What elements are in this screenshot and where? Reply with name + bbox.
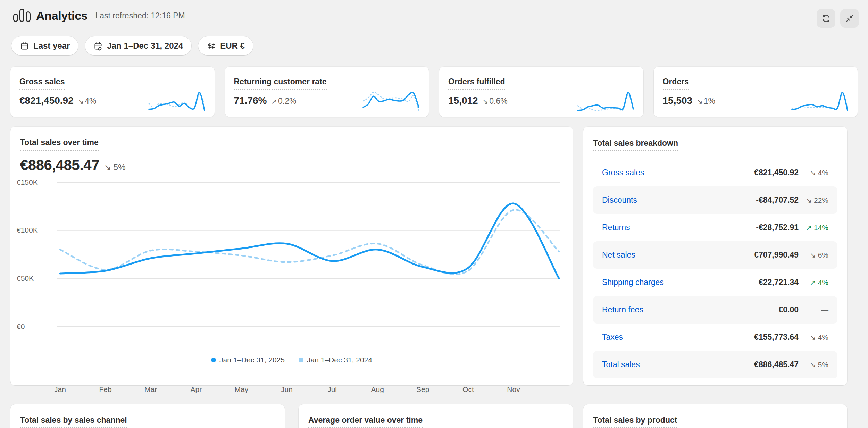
- breakdown-metric-link[interactable]: Gross sales: [602, 168, 644, 177]
- sparkline-chart: [361, 91, 420, 112]
- breakdown-value-group: €22,721.34↗ 4%: [759, 278, 828, 287]
- compare-range-picker[interactable]: Jan 1–Dec 31, 2024: [85, 36, 191, 55]
- line-chart[interactable]: [45, 175, 569, 337]
- header-actions: [817, 9, 859, 28]
- x-tick-label: May: [235, 385, 249, 394]
- breakdown-delta: ↘ 4%: [799, 169, 828, 177]
- sparkline-chart: [576, 91, 635, 112]
- kpi-card-gross-sales[interactable]: Gross sales €821,450.92 ↘4%: [10, 67, 215, 117]
- x-tick-label: Nov: [507, 385, 520, 394]
- analytics-dashboard: Analytics Last refreshed: 12:16 PM Last …: [0, 0, 868, 428]
- kpi-delta: ↘4%: [78, 96, 97, 106]
- y-tick-label: €0: [17, 322, 47, 331]
- kpi-row: Gross sales €821,450.92 ↘4% Returning cu…: [10, 67, 858, 117]
- kpi-card-orders[interactable]: Orders 15,503 ↘1%: [654, 67, 858, 117]
- y-tick-label: €100K: [17, 226, 47, 234]
- collapse-button[interactable]: [840, 9, 859, 28]
- legend-dot-icon: [211, 358, 216, 362]
- breakdown-metric-link[interactable]: Shipping charges: [602, 278, 664, 287]
- collapse-icon: [845, 14, 854, 23]
- card-title: Total sales by sales channel: [20, 416, 127, 428]
- y-tick-label: €50K: [17, 274, 47, 283]
- x-tick-label: Jul: [327, 385, 337, 394]
- date-range-picker[interactable]: Last year: [11, 36, 78, 55]
- sparkline-chart: [790, 91, 849, 112]
- breakdown-row: Net sales€707,990.49↘ 6%: [593, 241, 837, 269]
- breakdown-value: €821,450.92: [754, 168, 799, 177]
- kpi-title: Gross sales: [19, 77, 65, 90]
- currency-exchange-icon: [207, 41, 216, 51]
- average-order-value-card: Average order value over time €47.58: [299, 404, 573, 428]
- x-tick-label: Jan: [54, 385, 66, 394]
- breakdown-delta: ↘ 4%: [799, 333, 828, 342]
- breakdown-value-group: €821,450.92↘ 4%: [754, 168, 828, 177]
- x-tick-label: Feb: [99, 385, 112, 394]
- card-title: Average order value over time: [308, 416, 423, 428]
- x-tick-label: Mar: [144, 385, 157, 394]
- breakdown-metric-link[interactable]: Net sales: [602, 250, 635, 260]
- breakdown-value: €155,773.64: [754, 333, 799, 342]
- currency-selector[interactable]: EUR €: [198, 36, 253, 55]
- breakdown-row: Total sales€886,485.47↘ 5%: [593, 351, 837, 378]
- breakdown-delta: ↘ 6%: [799, 251, 828, 259]
- x-tick-label: Jun: [281, 385, 293, 394]
- breakdown-value-group: €886,485.47↘ 5%: [754, 360, 828, 369]
- breakdown-value: €22,721.34: [759, 278, 799, 287]
- kpi-title: Orders: [663, 77, 689, 90]
- legend-item[interactable]: Jan 1–Dec 31, 2024: [299, 356, 372, 364]
- breakdown-metric-link[interactable]: Total sales: [602, 360, 640, 369]
- calendar-compare-icon: [93, 41, 103, 51]
- breakdown-value: -€28,752.91: [756, 223, 799, 232]
- breakdown-value: -€84,707.52: [756, 195, 799, 205]
- breakdown-value-group: €155,773.64↘ 4%: [754, 333, 828, 342]
- chart-title: Total sales over time: [20, 138, 99, 151]
- filter-toolbar: Last year Jan 1–Dec 31, 2024 EUR €: [11, 36, 253, 55]
- legend-item[interactable]: Jan 1–Dec 31, 2025: [211, 356, 285, 364]
- breakdown-metric-link[interactable]: Return fees: [602, 305, 643, 314]
- chart-legend: Jan 1–Dec 31, 2025Jan 1–Dec 31, 2024: [10, 356, 573, 364]
- page-title: Analytics: [36, 9, 87, 23]
- legend-label: Jan 1–Dec 31, 2025: [219, 356, 285, 364]
- kpi-delta: ↗0.2%: [271, 96, 296, 106]
- calendar-icon: [20, 41, 29, 51]
- kpi-delta: ↘0.6%: [482, 96, 508, 106]
- currency-label: EUR €: [220, 41, 245, 51]
- refresh-icon: [821, 14, 831, 23]
- breakdown-metric-link[interactable]: Taxes: [602, 333, 623, 342]
- refresh-button[interactable]: [817, 9, 835, 28]
- total-sales-breakdown-card: Total sales breakdown Gross sales€821,45…: [583, 127, 847, 385]
- kpi-value: 15,012: [448, 95, 478, 106]
- compare-range-label: Jan 1–Dec 31, 2024: [107, 41, 183, 51]
- kpi-card-orders-fulfilled[interactable]: Orders fulfilled 15,012 ↘0.6%: [439, 67, 643, 117]
- kpi-title: Orders fulfilled: [448, 77, 505, 90]
- breakdown-value: €886,485.47: [754, 360, 799, 369]
- breakdown-value-group: -€84,707.52↘ 22%: [756, 195, 828, 205]
- bar-chart-icon: [13, 10, 31, 22]
- breakdown-value: €707,990.49: [754, 250, 799, 260]
- breakdown-row: Gross sales€821,450.92↘ 4%: [593, 159, 837, 186]
- breakdown-value-group: -€28,752.91↗ 14%: [756, 223, 828, 232]
- x-tick-label: Apr: [190, 385, 202, 394]
- x-tick-label: Aug: [371, 385, 384, 394]
- total-sales-by-channel-card: Total sales by sales channel: [10, 404, 285, 428]
- total-sales-by-product-card: Total sales by product: [583, 404, 847, 428]
- x-axis-labels: JanFebMarAprMayJunJulAugSepOctNov: [45, 385, 569, 396]
- breakdown-row: Shipping charges€22,721.34↗ 4%: [593, 269, 837, 296]
- legend-label: Jan 1–Dec 31, 2024: [307, 356, 372, 364]
- card-title: Total sales by product: [593, 416, 677, 428]
- kpi-value: 15,503: [663, 95, 693, 106]
- kpi-value: 71.76%: [234, 95, 267, 106]
- kpi-card-returning-customer-rate[interactable]: Returning customer rate 71.76% ↗0.2%: [225, 67, 429, 117]
- breakdown-delta: ↘ 5%: [799, 361, 828, 369]
- breakdown-delta: ↗ 14%: [799, 224, 828, 232]
- breakdown-metric-link[interactable]: Discounts: [602, 195, 637, 205]
- breakdown-delta: ↘ 22%: [799, 196, 828, 204]
- y-tick-label: €150K: [17, 178, 47, 186]
- breakdown-row: Return fees€0.00—: [593, 296, 837, 324]
- breakdown-row: Taxes€155,773.64↘ 4%: [593, 324, 837, 351]
- x-tick-label: Oct: [462, 385, 474, 394]
- kpi-title: Returning customer rate: [234, 77, 327, 90]
- page-header: Analytics Last refreshed: 12:16 PM: [13, 9, 185, 23]
- breakdown-metric-link[interactable]: Returns: [602, 223, 630, 232]
- breakdown-title: Total sales breakdown: [593, 139, 678, 151]
